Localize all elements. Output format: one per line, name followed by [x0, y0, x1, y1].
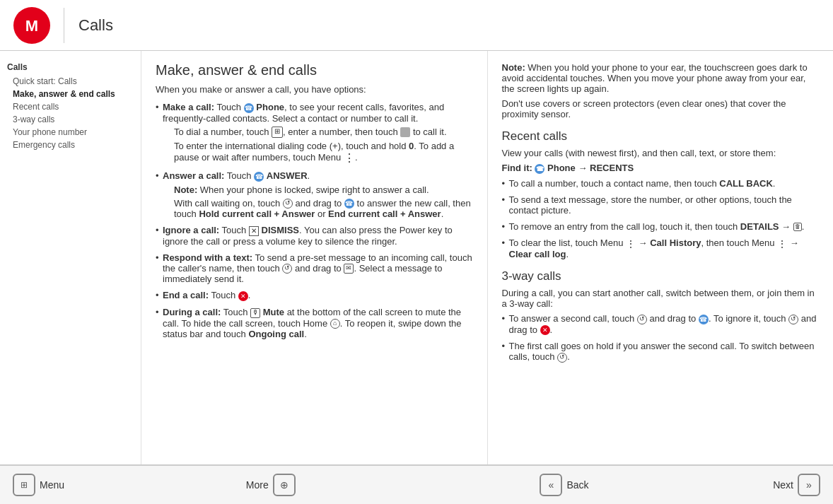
mic-icon: 🎙	[250, 308, 260, 318]
ignore2-icon: ✕	[540, 325, 550, 335]
call-icon-small	[400, 127, 410, 137]
find-phone-icon: ☎	[535, 164, 544, 174]
recent-calls-heading: Recent calls	[502, 129, 820, 143]
svg-text:M: M	[25, 17, 38, 35]
main-layout: Calls Quick start: Calls Make, answer & …	[0, 51, 833, 464]
more-icon: ⊕	[273, 474, 296, 496]
sidebar-section-title[interactable]: Calls	[7, 62, 134, 72]
three-way-heading: 3-way calls	[502, 269, 820, 283]
three-way-intro: During a call, you can start another cal…	[502, 288, 820, 309]
respond-hold-icon: ↺	[282, 264, 292, 274]
bullet-answer-a-call: Answer a call: Touch ☎ ANSWER. Note: Whe…	[156, 170, 473, 219]
three-way-bullet-2: The first call goes on hold if you answe…	[502, 341, 820, 363]
sidebar-item-make-answer[interactable]: Make, answer & end calls	[7, 88, 134, 100]
hold-icon: ↺	[283, 199, 293, 209]
next-label: Next	[773, 479, 793, 491]
content-area: Make, answer & end calls When you make o…	[141, 51, 833, 464]
recent-bullet-2: To send a text message, store the number…	[502, 194, 820, 216]
menu-dots2-icon: ⋮	[626, 238, 636, 249]
answer-phone-icon: ☎	[254, 172, 264, 182]
home-circle-icon: ⌂	[330, 319, 340, 329]
three-way-bullet-1: To answer a second call, touch ↺ and dra…	[502, 313, 820, 335]
make-a-call-extra2: To enter the international dialing code …	[174, 141, 473, 165]
left-heading: Make, answer & end calls	[156, 62, 473, 78]
footer-left: ⊞ Menu	[7, 471, 240, 499]
right-note2: Don't use covers or screen protectors (e…	[502, 98, 820, 119]
bullet-end-a-call: End a call: Touch ✕.	[156, 290, 473, 301]
menu-icon: ⊞	[13, 474, 35, 496]
recent-bullet-4: To clear the list, touch Menu ⋮ → Call H…	[502, 238, 820, 260]
page-title: Calls	[64, 16, 113, 35]
recent-bullet-1: To call a number, touch a contact name, …	[502, 178, 820, 189]
sidebar-item-quickstart[interactable]: Quick start: Calls	[7, 75, 134, 88]
logo-area: M	[0, 7, 64, 44]
next-button[interactable]: Next »	[767, 471, 826, 499]
switch-icon: ↺	[557, 353, 567, 363]
menu-button[interactable]: ⊞ Menu	[7, 471, 70, 499]
right-note1: Note: When you hold your phone to your e…	[502, 62, 820, 94]
bullet-text-end: Touch ✕.	[211, 290, 250, 300]
bullet-label-ignore: Ignore a call:	[163, 225, 219, 235]
message-icon: ✉	[344, 264, 354, 274]
phone-icon: ☎	[244, 103, 254, 113]
hold3-icon: ↺	[788, 315, 798, 324]
three-way-list: To answer a second call, touch ↺ and dra…	[502, 313, 820, 363]
bullet-label-answer: Answer a call:	[163, 170, 224, 181]
left-bullets-list: Make a call: Touch ☎ Phone, to see your …	[156, 102, 473, 339]
more-button[interactable]: More ⊕	[240, 471, 301, 499]
menu-label: Menu	[40, 479, 64, 491]
recent-bullet-3: To remove an entry from the call log, to…	[502, 221, 820, 232]
next-icon: »	[798, 474, 820, 496]
find-it-text: Phone → RECENTS	[547, 163, 634, 173]
footer-next-area: Next »	[767, 471, 826, 499]
right-content: Note: When you hold your phone to your e…	[488, 51, 834, 464]
bullet-make-a-call: Make a call: Touch ☎ Phone, to see your …	[156, 102, 473, 165]
end-call-icon: ✕	[238, 291, 248, 301]
note-text1: When you hold your phone to your ear, th…	[502, 62, 808, 94]
menu-dots3-icon: ⋮	[777, 238, 787, 249]
footer-back-area: « Back	[534, 471, 767, 499]
bullet-label-make-a-call: Make a call:	[163, 102, 214, 112]
recent-calls-intro: View your calls (with newest first), and…	[502, 148, 820, 158]
make-a-call-extra1: To dial a number, touch ⊞, enter a numbe…	[174, 127, 473, 139]
header: M Calls	[0, 0, 833, 51]
back-button[interactable]: « Back	[534, 471, 594, 499]
dismiss-icon: ✕	[249, 226, 259, 236]
hold2-icon: ↺	[637, 315, 647, 324]
left-content: Make, answer & end calls When you make o…	[141, 51, 488, 464]
sidebar-item-your-phone-number[interactable]: Your phone number	[7, 126, 134, 139]
footer-right: More ⊕	[240, 471, 301, 499]
recent-calls-list: To call a number, touch a contact name, …	[502, 178, 820, 260]
bullet-respond-text: Respond with a text: To send a pre-set m…	[156, 252, 473, 285]
sidebar: Calls Quick start: Calls Make, answer & …	[0, 51, 141, 464]
dialpad-icon: ⊞	[272, 127, 283, 138]
bullet-ignore-a-call: Ignore a call: Touch ✕ DISMISS. You can …	[156, 225, 473, 247]
answer-waiting: With call waiting on, touch ↺ and drag t…	[174, 198, 473, 220]
bullet-during-a-call: During a call: Touch 🎙 Mute at the botto…	[156, 307, 473, 339]
menu-dots-icon: ⋮	[344, 152, 355, 164]
footer: ⊞ Menu More ⊕ « Back Next »	[0, 464, 833, 504]
note-label1: Note:	[502, 62, 525, 73]
sidebar-item-emergency[interactable]: Emergency calls	[7, 139, 134, 151]
delete-icon: 🗑	[793, 223, 802, 231]
sidebar-item-recent-calls[interactable]: Recent calls	[7, 100, 134, 113]
drag-phone-icon: ☎	[344, 199, 354, 209]
find-it: Find it: ☎ Phone → RECENTS	[502, 163, 820, 174]
bullet-label-during: During a call:	[163, 307, 221, 317]
more-label: More	[246, 479, 269, 491]
bullet-label-end: End a call:	[163, 290, 209, 300]
answer-note: Note: When your phone is locked, swipe r…	[174, 184, 473, 195]
sidebar-item-3way[interactable]: 3-way calls	[7, 113, 134, 126]
motorola-logo: M	[13, 7, 50, 44]
answer2-icon: ☎	[699, 315, 709, 324]
bullet-text-answer: Touch ☎ ANSWER.	[227, 170, 310, 181]
left-intro: When you make or answer a call, you have…	[156, 84, 473, 95]
bullet-label-respond: Respond with a text:	[163, 252, 252, 263]
back-label: Back	[566, 479, 588, 491]
back-icon: «	[540, 474, 562, 496]
